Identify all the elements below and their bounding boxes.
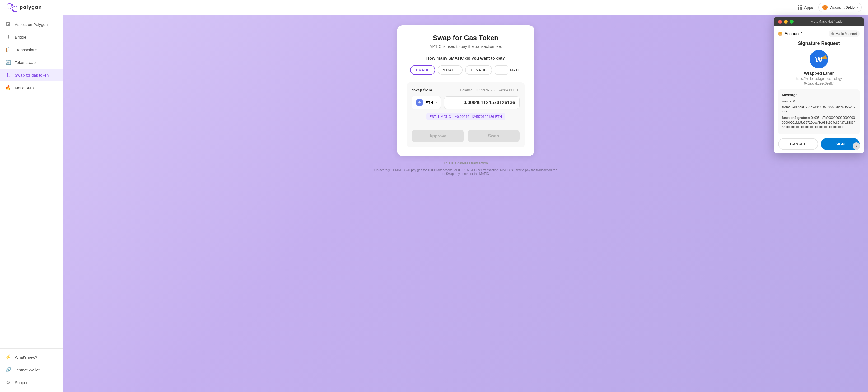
sidebar-bottom: ⚡ What's new? 🔗 Testnet Wallet ⚙ Support xyxy=(0,349,63,389)
mm-from-val: 0x0abbaf7731c7d3445ff7835b87bcb63f92c62e… xyxy=(782,105,855,114)
sidebar-item-bridge[interactable]: ⬇ Bridge xyxy=(0,31,63,43)
matic-burn-icon: 🔥 xyxy=(5,85,11,91)
sidebar-item-assets[interactable]: 🖼 Assets on Polygon xyxy=(0,18,63,31)
sidebar-item-label: Support xyxy=(15,381,29,385)
matic-1-btn[interactable]: 1 MATIC xyxy=(410,65,435,75)
approve-button[interactable]: Approve xyxy=(412,130,464,142)
logo-text: polygon xyxy=(20,4,42,10)
whats-new-icon: ⚡ xyxy=(5,354,11,360)
mm-nonce-row: nonce: 0 xyxy=(782,99,856,104)
mm-nonce-val: 0 xyxy=(793,99,795,103)
main-content: Swap for Gas Token MATIC is used to pay … xyxy=(63,15,868,392)
sidebar-item-label: Transactions xyxy=(15,48,37,52)
mm-from-label: from: xyxy=(782,105,790,109)
mm-message-box: Message nonce: 0 from: 0x0abbaf7731c7d34… xyxy=(778,89,860,134)
token-selector[interactable]: ETH ▾ xyxy=(412,96,441,109)
sidebar-item-label: Matic Burn xyxy=(15,86,34,90)
matic-custom-input[interactable]: 1 xyxy=(495,65,508,75)
app-body: 🖼 Assets on Polygon ⬇ Bridge 📋 Transacti… xyxy=(0,15,868,392)
mm-network[interactable]: Matic Mainnet xyxy=(829,30,860,37)
token-chevron-icon: ▾ xyxy=(435,101,437,104)
sidebar-item-token-swap[interactable]: 🔄 Token swap xyxy=(0,56,63,69)
sidebar-item-label: Token swap xyxy=(15,60,36,65)
grid-icon xyxy=(798,5,803,9)
action-buttons: Approve Swap xyxy=(412,130,520,142)
mm-sig-title: Signature Request xyxy=(778,41,860,46)
chevron-down-icon: ▾ xyxy=(856,144,858,148)
token-row: ETH ▾ 0.00046112457012613​6 xyxy=(412,96,520,109)
swap-balance: Balance: 0.019976176897428499 ETH xyxy=(460,88,520,92)
matic-10-btn[interactable]: 10 MATIC xyxy=(465,65,492,75)
apps-button[interactable]: Apps xyxy=(798,5,813,9)
sidebar-item-label: Bridge xyxy=(15,35,26,39)
mm-cancel-button[interactable]: CANCEL xyxy=(778,138,818,150)
chevron-down-icon: ▾ xyxy=(857,5,858,9)
account-label: Account 0abb xyxy=(830,5,855,9)
mm-minimize-button[interactable] xyxy=(784,20,788,24)
mm-funcsig-row: functionSignature: 0x095ea7b300000000000… xyxy=(782,115,856,130)
mm-scroll-down-button[interactable]: ▾ xyxy=(853,142,860,150)
est-rate: EST. 1 MATIC = ~0.000461124570126136 ETH xyxy=(426,113,505,120)
mm-dapp-addr: 0x0abbaf...92c62e87 xyxy=(778,82,860,85)
matic-5-btn[interactable]: 5 MATIC xyxy=(438,65,463,75)
gasless-note: This is a gas-less transaction xyxy=(443,161,488,165)
mm-account-left: Account 1 xyxy=(778,31,803,36)
mm-titlebar: MetaMask Notification xyxy=(774,17,864,26)
mm-dapp-logo: W xyxy=(810,50,828,68)
support-icon: ⚙ xyxy=(5,380,11,385)
metamask-notification: MetaMask Notification Account 1 Matic Ma… xyxy=(774,17,864,153)
est-row: EST. 1 MATIC = ~0.000461124570126136 ETH xyxy=(412,109,520,125)
swap-button[interactable]: Swap xyxy=(468,130,520,142)
mm-account-bar: Account 1 Matic Mainnet xyxy=(778,30,860,37)
eth-icon xyxy=(416,99,423,106)
matic-options: 1 MATIC 5 MATIC 10 MATIC 1 MATIC xyxy=(406,65,525,75)
svg-marker-3 xyxy=(418,101,421,103)
footer-note: On average, 1 MATIC will pay gas for 100… xyxy=(373,168,558,176)
sidebar-item-label: Assets on Polygon xyxy=(15,22,48,27)
testnet-icon: 🔗 xyxy=(5,367,11,373)
transactions-icon: 📋 xyxy=(5,47,11,53)
mm-actions: CANCEL SIGN xyxy=(778,138,860,151)
sidebar-item-testnet[interactable]: 🔗 Testnet Wallet xyxy=(0,363,63,376)
mm-network-dot-icon xyxy=(831,32,834,35)
navbar-right: Apps Account 0abb ▾ xyxy=(798,3,862,12)
sidebar-item-swap-gas[interactable]: ⇅ Swap for gas token xyxy=(0,69,63,81)
swap-title: Swap for Gas Token xyxy=(406,34,525,42)
token-name: ETH xyxy=(425,100,433,105)
swap-from-section: Swap from Balance: 0.019976176897428499 … xyxy=(406,83,525,147)
matic-question: How many $MATIC do you want to get? xyxy=(406,56,525,61)
matic-custom-label: MATIC xyxy=(510,68,521,72)
mm-title: MetaMask Notification xyxy=(796,20,860,24)
logo: polygon xyxy=(6,3,42,11)
mm-nonce-label: nonce: xyxy=(782,99,792,103)
sidebar-item-matic-burn[interactable]: 🔥 Matic Burn xyxy=(0,81,63,94)
sidebar-item-label: Swap for gas token xyxy=(15,73,49,78)
svg-point-2 xyxy=(825,6,826,7)
mm-dapp-url: https://wallet.polygon.technology xyxy=(778,77,860,81)
sidebar-item-transactions[interactable]: 📋 Transactions xyxy=(0,43,63,56)
mm-network-name: Matic Mainnet xyxy=(836,32,857,36)
swap-from-label: Swap from xyxy=(412,88,432,92)
mm-message-title: Message xyxy=(782,93,856,97)
mm-funcsig-label: functionSignature: xyxy=(782,116,810,120)
navbar: polygon Apps xyxy=(0,0,868,15)
mm-account-name: Account 1 xyxy=(784,31,803,36)
sidebar-item-label: Testnet Wallet xyxy=(15,368,40,372)
swap-from-header: Swap from Balance: 0.019976176897428499 … xyxy=(412,88,520,92)
sidebar-item-whats-new[interactable]: ⚡ What's new? xyxy=(0,351,63,363)
mm-dapp-name: Wrapped Ether xyxy=(778,71,860,76)
assets-icon: 🖼 xyxy=(5,21,11,27)
svg-point-1 xyxy=(824,6,825,7)
sidebar: 🖼 Assets on Polygon ⬇ Bridge 📋 Transacti… xyxy=(0,15,63,392)
mm-close-button[interactable] xyxy=(778,20,782,24)
sidebar-item-label: What's new? xyxy=(15,355,37,360)
token-swap-icon: 🔄 xyxy=(5,59,11,65)
token-amount: 0.00046112457012613​6 xyxy=(444,96,520,109)
swap-subtitle: MATIC is used to pay the transaction fee… xyxy=(406,44,525,49)
swap-gas-icon: ⇅ xyxy=(5,72,11,78)
svg-text:W: W xyxy=(815,56,823,64)
sidebar-item-support[interactable]: ⚙ Support xyxy=(0,376,63,389)
mm-maximize-button[interactable] xyxy=(790,20,794,24)
account-button[interactable]: Account 0abb ▾ xyxy=(818,3,862,12)
swap-card: Swap for Gas Token MATIC is used to pay … xyxy=(397,25,534,156)
